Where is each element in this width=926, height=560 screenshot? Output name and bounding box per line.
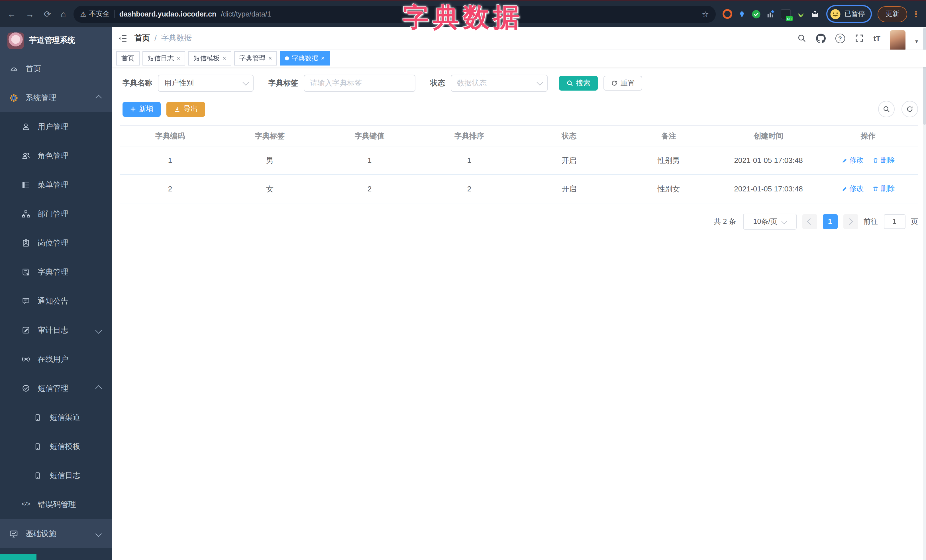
extension-sprout-icon[interactable] (797, 10, 805, 18)
sidebar-item-error-code[interactable]: </> 错误码管理 (0, 490, 112, 519)
sidebar-item-system[interactable]: 系统管理 (0, 83, 112, 112)
forward-icon[interactable]: → (26, 10, 34, 18)
logo[interactable]: 芋道管理系统 (0, 27, 112, 54)
tag-sms-log[interactable]: 短信日志× (142, 51, 186, 65)
sidebar-item-menus[interactable]: 菜单管理 (0, 171, 112, 199)
close-icon[interactable]: × (268, 55, 272, 62)
tag-sms-template[interactable]: 短信模板× (188, 51, 232, 65)
page-content: 字典名称 用户性别 字典标签 请输入字典标签 状态 数据状态 (112, 75, 926, 229)
sidebar-item-sms-channel[interactable]: 短信渠道 (0, 403, 112, 432)
edit-link[interactable]: 修改 (841, 155, 864, 165)
extension-check-icon[interactable] (752, 9, 761, 18)
sidebar-item-posts[interactable]: 岗位管理 (0, 228, 112, 258)
delete-link[interactable]: 删除 (873, 184, 895, 194)
tag-dict-data[interactable]: 字典数据× (280, 51, 330, 65)
sidebar-item-home[interactable]: 首页 (0, 54, 112, 83)
browser-menu-icon[interactable]: ⋮ (912, 9, 920, 19)
dashboard-icon (9, 64, 18, 73)
status-select[interactable]: 数据状态 (451, 75, 548, 92)
chevron-left-icon (807, 219, 814, 225)
reset-button[interactable]: 重置 (604, 76, 642, 91)
close-icon[interactable]: × (321, 55, 325, 62)
puzzle-extensions-icon[interactable] (811, 10, 819, 18)
filter-form: 字典名称 用户性别 字典标签 请输入字典标签 状态 数据状态 (120, 75, 918, 92)
page-scrollbar[interactable] (923, 27, 926, 560)
trash-icon (873, 186, 879, 192)
extensions-row: on (723, 9, 819, 19)
fullscreen-icon[interactable] (855, 33, 864, 43)
page-size-select[interactable]: 10条/页 (743, 214, 796, 229)
sidebar-item-notice[interactable]: 通知公告 (0, 287, 112, 315)
bookmark-star-icon[interactable]: ☆ (702, 9, 709, 18)
address-bar[interactable]: ⚠ 不安全 dashboard.yudao.iocoder.cn /dict/t… (73, 5, 716, 23)
sidebar-item-sms-log[interactable]: 短信日志 (0, 461, 112, 490)
close-icon[interactable]: × (177, 55, 180, 62)
avatar[interactable] (890, 30, 905, 51)
refresh-icon (611, 80, 618, 87)
user-icon (21, 122, 30, 131)
trash-icon (873, 157, 879, 163)
profile-paused-badge[interactable]: 已暂停 (826, 5, 872, 23)
extension-gem-icon[interactable] (738, 10, 746, 18)
sidebar-item-audit-log[interactable]: 审计日志 (0, 315, 112, 345)
browser-nav: ← → ⟳ ⌂ (0, 10, 73, 18)
sidebar-item-sms-template[interactable]: 短信模板 (0, 432, 112, 461)
add-button[interactable]: 新增 (123, 102, 161, 116)
col-remark: 备注 (619, 125, 719, 146)
id-badge-icon (21, 238, 30, 248)
font-size-icon[interactable]: tT (873, 34, 881, 42)
search-icon[interactable] (797, 33, 806, 43)
app-title: 芋道管理系统 (29, 35, 75, 45)
breadcrumb-home[interactable]: 首页 (135, 33, 150, 43)
search-icon (566, 80, 573, 87)
back-icon[interactable]: ← (8, 10, 16, 18)
divider (114, 10, 115, 18)
page-number-active[interactable]: 1 (823, 214, 837, 229)
refresh-icon (906, 106, 914, 113)
dict-name-label: 字典名称 (123, 78, 152, 88)
refresh-button[interactable] (902, 101, 918, 117)
extension-on-icon[interactable]: on (781, 9, 791, 19)
github-icon[interactable] (816, 33, 825, 43)
export-button[interactable]: 导出 (166, 102, 205, 116)
browser-update-button[interactable]: 更新 (878, 6, 907, 22)
help-icon[interactable]: ? (835, 33, 845, 43)
toggle-search-button[interactable] (878, 101, 895, 117)
prev-page-button[interactable] (802, 214, 817, 229)
delete-link[interactable]: 删除 (873, 155, 895, 165)
extension-orange-icon[interactable] (723, 9, 732, 19)
sidebar-item-dict[interactable]: 字典管理 (0, 258, 112, 287)
page-unit-label: 页 (911, 217, 918, 226)
scrollbar-thumb[interactable] (923, 28, 926, 125)
col-dict-code: 字典编码 (120, 125, 220, 146)
dict-label-input[interactable]: 请输入字典标签 (304, 75, 415, 92)
reload-icon[interactable]: ⟳ (44, 10, 51, 18)
download-icon (174, 106, 181, 113)
sidebar-item-departments[interactable]: 部门管理 (0, 199, 112, 228)
close-icon[interactable]: × (222, 55, 226, 62)
home-icon[interactable]: ⌂ (61, 10, 66, 18)
edit-link[interactable]: 修改 (841, 184, 864, 194)
status-label: 状态 (430, 78, 445, 88)
security-warning[interactable]: ⚠ 不安全 (80, 9, 110, 19)
active-dot (285, 56, 289, 60)
caret-down-icon[interactable]: ▾ (915, 38, 918, 44)
table-header-row: 字典编码 字典标签 字典键值 字典排序 状态 备注 创建时间 操作 (120, 125, 918, 146)
next-page-button[interactable] (843, 214, 858, 229)
sidebar-item-sms[interactable]: 短信管理 (0, 374, 112, 403)
log-edit-icon (21, 326, 30, 335)
sidebar-item-roles[interactable]: 角色管理 (0, 141, 112, 171)
wireless-icon (21, 355, 30, 364)
extension-stats-icon[interactable] (766, 10, 775, 18)
search-button[interactable]: 搜索 (559, 76, 598, 91)
sidebar-item-users[interactable]: 用户管理 (0, 112, 112, 141)
col-dict-value: 字典键值 (320, 125, 419, 146)
sidebar-bottom-strip (0, 554, 36, 560)
tag-home[interactable]: 首页 (116, 51, 139, 65)
sidebar-item-online-users[interactable]: 在线用户 (0, 345, 112, 374)
goto-page-input[interactable] (884, 214, 905, 229)
sidebar-item-infra[interactable]: 基础设施 (0, 519, 112, 548)
tag-dict-manage[interactable]: 字典管理× (234, 51, 277, 65)
sidebar-toggle-icon[interactable] (118, 33, 128, 43)
dict-name-select[interactable]: 用户性别 (158, 75, 254, 92)
